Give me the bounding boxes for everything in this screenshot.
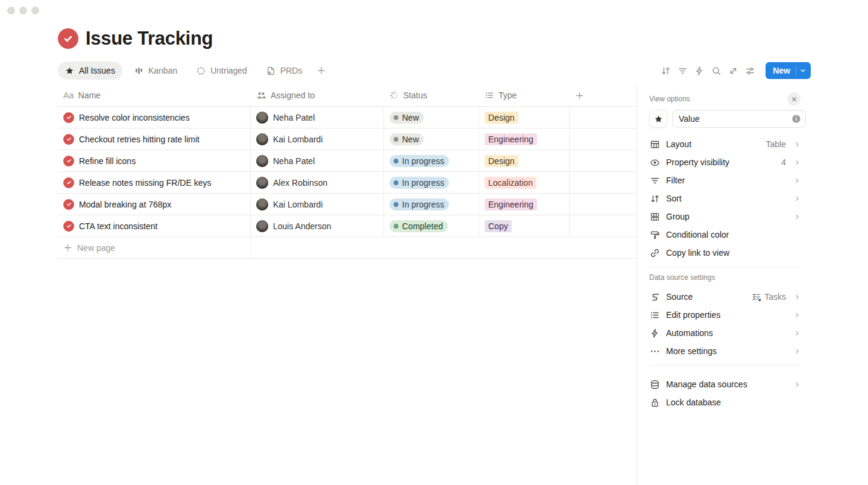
assignee-cell[interactable]: Neha Patel [251, 107, 384, 128]
issue-title[interactable]: Checkout retries hitting rate limit [79, 135, 200, 144]
sort-icon[interactable] [661, 66, 671, 76]
type-cell[interactable]: Localization [479, 172, 570, 193]
search-icon[interactable] [711, 66, 722, 76]
panel-item-sort[interactable]: Sort [649, 189, 800, 208]
status-cell[interactable]: In progress [384, 172, 479, 193]
empty-cell[interactable] [570, 107, 637, 128]
status-cell[interactable]: In progress [384, 194, 479, 215]
assignee-cell[interactable]: Kai Lombardi [251, 128, 384, 150]
window-close-button[interactable] [7, 7, 15, 14]
tab-kanban[interactable]: Kanban [127, 62, 184, 80]
column-header-name[interactable]: Aa Name [58, 84, 251, 106]
table-row[interactable]: CTA text inconsistent Louis Anderson Com… [58, 215, 637, 237]
table-row[interactable]: Release notes missing FR/DE keys Alex Ro… [58, 172, 637, 194]
panel-item-filter[interactable]: Filter [649, 171, 800, 189]
type-cell[interactable]: Engineering [479, 194, 570, 215]
window-zoom-button[interactable] [31, 7, 39, 14]
table-row[interactable]: Modal breaking at 768px Kai Lombardi In … [58, 194, 637, 215]
issues-table: Aa Name Assigned to Status Type [58, 84, 637, 259]
status-badge: Completed [389, 220, 448, 232]
status-dot [394, 159, 398, 163]
new-dropdown-button[interactable] [796, 62, 811, 79]
table-row[interactable]: Refine fill icons Neha Patel In progress… [58, 150, 637, 172]
panel-item-conditional-color[interactable]: Conditional color [649, 226, 800, 244]
new-button[interactable]: New [766, 62, 796, 79]
status-dot [394, 137, 398, 142]
divider [649, 365, 800, 366]
column-header-type[interactable]: Type [479, 84, 570, 106]
panel-item-edit-properties[interactable]: Edit properties [649, 306, 800, 324]
status-badge: In progress [389, 155, 449, 167]
sort-icon [649, 194, 660, 204]
panel-item-source[interactable]: Source Tasks [649, 288, 800, 306]
info-icon[interactable] [791, 114, 801, 124]
status-cell[interactable]: New [384, 128, 479, 150]
issue-title[interactable]: Release notes missing FR/DE keys [79, 178, 211, 188]
type-cell[interactable]: Engineering [479, 128, 570, 150]
name-cell[interactable]: Checkout retries hitting rate limit [58, 128, 251, 150]
issue-check-icon [63, 221, 74, 232]
issue-title[interactable]: Refine fill icons [79, 156, 136, 166]
panel-item-layout[interactable]: Layout Table [649, 135, 800, 153]
chevron-right-icon [793, 195, 800, 202]
close-panel-button[interactable] [787, 92, 800, 106]
expand-icon[interactable] [728, 66, 738, 76]
assignee-cell[interactable]: Neha Patel [251, 150, 384, 171]
status-cell[interactable]: Completed [384, 215, 479, 236]
status-cell[interactable]: New [384, 107, 479, 128]
type-cell[interactable]: Copy [479, 215, 570, 236]
assignee-name: Kai Lombardi [273, 200, 323, 209]
tab-untriaged[interactable]: Untriaged [189, 62, 254, 80]
assignee-cell[interactable]: Alex Robinson [251, 172, 384, 193]
name-cell[interactable]: Refine fill icons [58, 150, 251, 171]
view-name-input[interactable] [679, 114, 788, 124]
status-cell[interactable]: In progress [384, 150, 479, 171]
empty-cell[interactable] [570, 215, 637, 236]
empty-cell[interactable] [570, 172, 637, 193]
status-badge: New [389, 112, 424, 124]
panel-item-copy-link[interactable]: Copy link to view [649, 244, 800, 262]
table-row[interactable]: Checkout retries hitting rate limit Kai … [58, 128, 637, 150]
table-row[interactable]: Resolve color inconsistencies Neha Patel… [58, 107, 637, 128]
issue-title[interactable]: CTA text inconsistent [79, 221, 157, 231]
name-cell[interactable]: Modal breaking at 768px [58, 194, 251, 215]
assignee-cell[interactable]: Kai Lombardi [251, 194, 384, 215]
document-icon [266, 66, 275, 75]
panel-item-more-settings[interactable]: More settings [649, 342, 800, 360]
add-view-button[interactable] [314, 66, 329, 75]
add-column-button[interactable] [570, 84, 637, 106]
issue-title[interactable]: Resolve color inconsistencies [79, 113, 190, 122]
name-cell[interactable]: CTA text inconsistent [58, 215, 251, 236]
view-name-field[interactable] [672, 110, 806, 128]
name-cell[interactable]: Release notes missing FR/DE keys [58, 172, 251, 193]
panel-item-lock-database[interactable]: Lock database [649, 393, 800, 411]
filter-icon[interactable] [678, 66, 688, 76]
panel-item-manage-data-sources[interactable]: Manage data sources [649, 375, 800, 393]
name-cell[interactable]: Resolve color inconsistencies [58, 107, 251, 128]
type-cell[interactable]: Design [479, 107, 570, 128]
column-header-status[interactable]: Status [384, 84, 479, 106]
bolt-icon[interactable] [694, 66, 705, 76]
dots-icon [649, 346, 660, 357]
type-cell[interactable]: Design [479, 150, 570, 171]
plus-icon [316, 66, 326, 75]
chevron-right-icon [793, 177, 800, 184]
issue-check-icon [63, 156, 74, 166]
panel-item-property-visibility[interactable]: Property visibility 4 [649, 153, 800, 171]
tab-all-issues[interactable]: All Issues [58, 62, 122, 80]
empty-cell[interactable] [570, 150, 637, 171]
new-page-row[interactable]: New page [58, 237, 637, 259]
tune-icon[interactable] [745, 66, 755, 76]
window-minimize-button[interactable] [19, 7, 27, 14]
panel-item-group[interactable]: Group [649, 208, 800, 226]
issue-title[interactable]: Modal breaking at 768px [79, 200, 171, 209]
empty-cell[interactable] [570, 194, 637, 215]
status-badge: New [389, 133, 424, 145]
view-icon-button[interactable] [649, 110, 667, 128]
empty-cell[interactable] [570, 128, 637, 150]
text-property-icon: Aa [63, 90, 74, 100]
assignee-cell[interactable]: Louis Anderson [251, 215, 384, 236]
column-header-assigned-to[interactable]: Assigned to [251, 84, 384, 106]
tab-prds[interactable]: PRDs [259, 62, 310, 80]
panel-item-automations[interactable]: Automations [649, 324, 800, 342]
